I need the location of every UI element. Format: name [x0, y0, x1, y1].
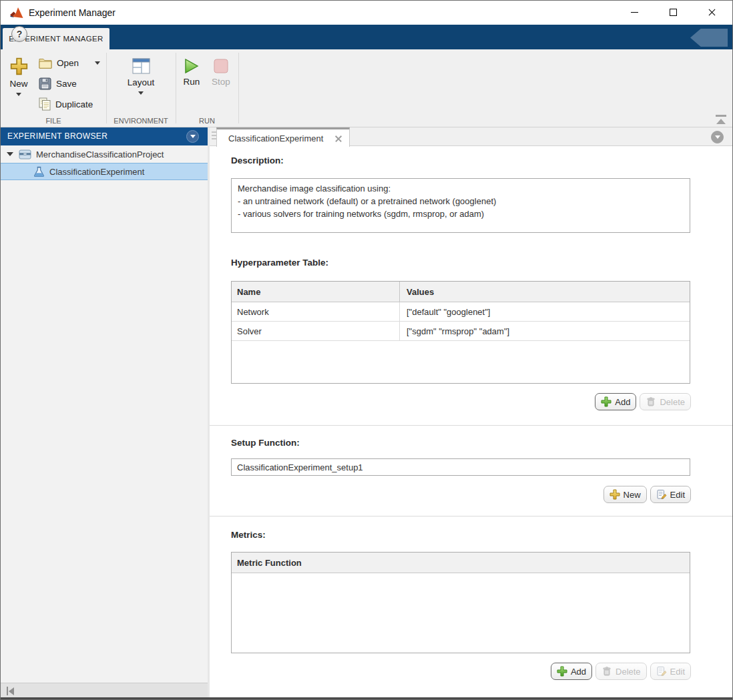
document-area: ClassificationExperiment Description: Me…: [210, 127, 733, 697]
minimize-icon: [631, 12, 638, 13]
expander-icon[interactable]: [7, 152, 13, 156]
plus-icon: [557, 666, 567, 677]
chevron-down-icon: [190, 135, 196, 138]
column-header-name: Name: [232, 282, 400, 302]
group-separator: [176, 53, 176, 123]
cell-solver-values[interactable]: ["sgdm" "rmsprop" "adam"]: [400, 322, 690, 340]
open-dropdown-icon[interactable]: [95, 61, 100, 65]
trash-icon: [646, 396, 656, 407]
hyperparameter-delete-button: Delete: [640, 393, 691, 410]
collapse-bar-icon: [716, 115, 726, 117]
plus-icon: [601, 396, 612, 407]
chevron-down-icon: [715, 135, 720, 139]
cell-solver-name[interactable]: Solver: [232, 322, 400, 340]
sidebar-collapse-button[interactable]: [7, 687, 16, 695]
collapse-left-icon: [7, 687, 8, 695]
new-button[interactable]: New: [3, 51, 34, 115]
trash-icon: [601, 666, 612, 677]
layout-icon: [132, 58, 150, 74]
chevron-up-icon: [716, 119, 726, 124]
file-group-label: FILE: [1, 117, 106, 125]
help-arrow-shape: [690, 29, 728, 47]
chevron-down-icon: [138, 91, 144, 95]
group-separator: [238, 53, 239, 123]
sidebar-footer: [1, 683, 208, 698]
app-window: Experiment Manager EXPERIMENT MANAGER ? …: [0, 0, 733, 700]
close-button[interactable]: [696, 1, 727, 23]
panel-menu-button[interactable]: [186, 130, 199, 143]
duplicate-icon: [39, 97, 51, 111]
cell-network-name[interactable]: Network: [232, 302, 400, 321]
new-plus-icon: [10, 57, 28, 75]
document-tab-bar: ClassificationExperiment: [210, 127, 733, 146]
experiment-browser-header: EXPERIMENT BROWSER: [1, 127, 208, 145]
chevron-down-icon: [16, 93, 21, 96]
stop-button: Stop: [206, 51, 236, 115]
metrics-label: Metrics:: [231, 530, 266, 540]
hyperparameter-label: Hyperparameter Table:: [231, 258, 328, 268]
window-bottom-border: [1, 697, 732, 700]
section-divider: [210, 425, 733, 426]
hyperparameter-table: Name Values Network ["default" "googlene…: [231, 281, 690, 384]
floppy-icon: [39, 77, 51, 90]
project-label: MerchandiseClassificationProject: [36, 149, 164, 159]
description-label: Description:: [231, 155, 284, 165]
group-separator: [106, 53, 107, 123]
metrics-table: Metric Function: [231, 552, 690, 653]
maximize-icon: [670, 9, 677, 16]
close-icon: [708, 8, 716, 17]
tab-close-icon[interactable]: [334, 134, 342, 142]
save-button[interactable]: Save: [35, 74, 106, 93]
setup-function-input[interactable]: [231, 458, 690, 476]
tab-label: ClassificationExperiment: [228, 133, 323, 143]
tree-item-experiment[interactable]: ClassificationExperiment: [1, 163, 208, 180]
window-title: Experiment Manager: [29, 1, 115, 25]
experiment-definition-pane: Description: Merchandise image classific…: [210, 146, 733, 697]
folder-icon: [39, 57, 52, 69]
title-bar: Experiment Manager: [1, 1, 732, 25]
document-tab[interactable]: ClassificationExperiment: [216, 127, 350, 147]
run-button[interactable]: Run: [178, 51, 205, 115]
stop-icon: [214, 59, 228, 73]
minimize-button[interactable]: [619, 1, 650, 23]
metric-function-header: Metric Function: [232, 553, 690, 573]
run-group-label: RUN: [176, 117, 238, 125]
setup-new-button[interactable]: New: [603, 486, 647, 503]
hyperparameter-add-button[interactable]: Add: [595, 393, 636, 410]
edit-icon: [656, 666, 667, 677]
tabbar-menu-button[interactable]: [711, 131, 724, 143]
tree-item-project[interactable]: MerchandiseClassificationProject: [1, 145, 208, 163]
section-divider: [210, 516, 733, 516]
column-header-values: Values: [400, 282, 690, 302]
metrics-add-button[interactable]: Add: [551, 663, 592, 680]
project-icon: [19, 149, 31, 160]
run-icon: [184, 59, 199, 73]
layout-button[interactable]: Layout: [121, 51, 161, 115]
flask-icon: [33, 166, 45, 178]
matlab-logo-icon: [9, 6, 24, 19]
environment-group-label: ENVIRONMENT: [106, 117, 176, 125]
edit-icon: [656, 489, 667, 500]
open-button[interactable]: Open: [35, 53, 106, 72]
experiment-browser-panel: EXPERIMENT BROWSER MerchandiseClassifica…: [1, 127, 208, 683]
question-icon: ?: [17, 29, 23, 39]
duplicate-button[interactable]: Duplicate: [35, 95, 106, 113]
experiment-label: ClassificationExperiment: [49, 167, 144, 177]
help-button[interactable]: ?: [11, 26, 27, 42]
cell-network-values[interactable]: ["default" "googlenet"]: [400, 302, 690, 321]
plus-icon: [609, 489, 620, 500]
table-header-row: Name Values: [232, 282, 690, 302]
description-box[interactable]: Merchandise image classification using: …: [231, 178, 690, 233]
setup-function-label: Setup Function:: [231, 438, 300, 448]
ribbon-tab-strip: EXPERIMENT MANAGER ?: [1, 25, 732, 49]
setup-edit-button[interactable]: Edit: [650, 486, 691, 503]
metrics-edit-button: Edit: [650, 663, 691, 680]
panel-title: EXPERIMENT BROWSER: [1, 127, 208, 145]
metrics-delete-button: Delete: [595, 663, 647, 680]
toolstrip: New Open Save: [1, 49, 732, 127]
collapse-ribbon-button[interactable]: [716, 115, 726, 124]
table-row: Solver ["sgdm" "rmsprop" "adam"]: [232, 322, 690, 341]
table-row: Network ["default" "googlenet"]: [232, 302, 690, 322]
maximize-button[interactable]: [658, 1, 688, 23]
